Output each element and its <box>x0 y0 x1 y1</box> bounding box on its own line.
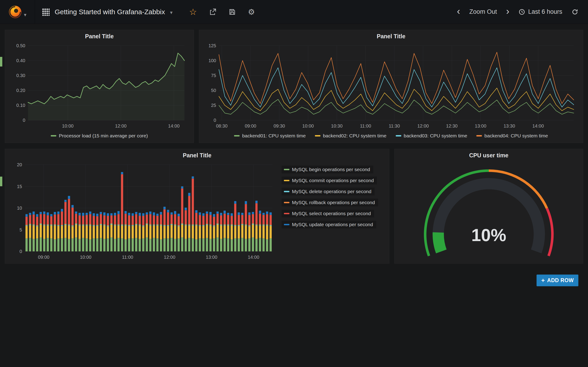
legend-swatch <box>315 135 320 136</box>
svg-text:14:00: 14:00 <box>248 255 259 260</box>
svg-text:50: 50 <box>211 88 216 93</box>
legend-label: MySQL delete operations per second <box>292 189 372 194</box>
bar-chart-mysql-operations[interactable]: 0510152009:0010:0011:0012:0013:0014:00 <box>8 161 278 262</box>
save-button[interactable] <box>229 8 236 16</box>
dashboard-grid-icon <box>42 8 50 16</box>
time-range-button[interactable]: Last 6 hours <box>517 8 564 16</box>
time-back-button[interactable]: ‹ <box>456 7 461 17</box>
svg-text:09:00: 09:00 <box>38 255 49 260</box>
time-controls: ‹ Zoom Out › Last 6 hours <box>456 7 588 17</box>
add-row-label: ADD ROW <box>547 277 574 284</box>
svg-text:12:00: 12:00 <box>164 255 175 260</box>
panel-cpu-user-time: CPU user time 10% <box>394 149 583 264</box>
legend-label: Processor load (15 min average per core) <box>59 133 148 139</box>
legend-item[interactable]: MySQL rollback operations per second <box>282 199 378 206</box>
legend-swatch <box>284 191 289 192</box>
gauge-cpu-user-time[interactable]: 10% <box>399 161 578 261</box>
svg-text:0.50: 0.50 <box>16 43 25 48</box>
settings-button[interactable]: ⚙ <box>248 8 255 16</box>
svg-text:10: 10 <box>17 206 22 211</box>
caret-down-icon: ▾ <box>170 10 173 16</box>
svg-text:10:00: 10:00 <box>62 123 73 128</box>
plus-icon: + <box>541 277 545 284</box>
svg-text:25: 25 <box>211 103 216 108</box>
svg-text:12:00: 12:00 <box>115 123 127 128</box>
legend-swatch <box>284 169 289 170</box>
navbar: ▾ Getting Started with Grafana-Zabbix ▾ … <box>0 0 588 24</box>
legend-item[interactable]: MySQL update operations per second <box>282 221 376 228</box>
legend-item[interactable]: MySQL begin operations per second <box>282 166 373 173</box>
legend-label: backend02: CPU system time <box>323 133 387 139</box>
svg-text:100: 100 <box>208 58 216 63</box>
share-button[interactable] <box>209 8 216 16</box>
svg-text:12:30: 12:30 <box>446 123 458 128</box>
legend-item[interactable]: MySQL select operations per second <box>282 210 374 217</box>
svg-text:5: 5 <box>19 227 22 232</box>
legend-item[interactable]: MySQL commit operations per second <box>282 177 377 184</box>
legend: Processor load (15 min average per core) <box>8 131 190 141</box>
svg-text:0.10: 0.10 <box>16 103 25 108</box>
svg-text:12:00: 12:00 <box>417 123 429 128</box>
panel-title[interactable]: Panel Title <box>5 149 389 161</box>
save-icon <box>229 8 236 16</box>
panel-title[interactable]: Panel Title <box>199 30 583 42</box>
zoom-out-button[interactable]: Zoom Out <box>468 8 498 16</box>
legend-item[interactable]: backend04: CPU system time <box>476 133 548 139</box>
svg-text:0.30: 0.30 <box>16 73 25 78</box>
legend: MySQL begin operations per secondMySQL c… <box>278 161 386 261</box>
line-chart-processor-load[interactable]: 00.100.200.300.400.5010:0012:0014:00 <box>8 42 190 131</box>
panel-body: 025507510012508:3009:0009:3010:0010:3011… <box>199 42 583 143</box>
svg-text:0: 0 <box>23 118 25 123</box>
panel-title[interactable]: Panel Title <box>5 30 194 42</box>
svg-text:20: 20 <box>17 162 22 167</box>
panel-processor-load: Panel Title 00.100.200.300.400.5010:0012… <box>5 30 194 143</box>
svg-text:125: 125 <box>208 43 216 48</box>
share-icon <box>209 8 216 16</box>
svg-text:08:30: 08:30 <box>216 123 227 128</box>
svg-text:10:00: 10:00 <box>80 255 91 260</box>
panel-body: 10% <box>395 161 583 263</box>
svg-text:13:00: 13:00 <box>206 255 217 260</box>
panel-title[interactable]: CPU user time <box>395 149 583 161</box>
refresh-button[interactable] <box>570 8 580 16</box>
legend-swatch <box>51 135 56 136</box>
time-range-label: Last 6 hours <box>528 8 562 15</box>
dashboard-title-menu[interactable]: Getting Started with Grafana-Zabbix ▾ <box>35 8 179 16</box>
clock-icon <box>519 8 525 15</box>
grafana-logo-icon <box>8 5 22 19</box>
svg-text:10:00: 10:00 <box>302 123 314 128</box>
legend-label: backend01: CPU system time <box>242 133 306 139</box>
legend-item[interactable]: MySQL delete operations per second <box>282 188 375 195</box>
legend-label: backend03: CPU system time <box>404 133 467 139</box>
grafana-logo-menu[interactable]: ▾ <box>0 0 35 24</box>
legend-label: MySQL commit operations per second <box>292 178 374 183</box>
legend: backend01: CPU system timebackend02: CPU… <box>202 131 580 141</box>
svg-text:09:00: 09:00 <box>245 123 256 128</box>
legend-swatch <box>476 135 482 136</box>
svg-text:0.20: 0.20 <box>16 88 25 93</box>
legend-item[interactable]: backend02: CPU system time <box>315 133 387 139</box>
svg-text:0: 0 <box>19 249 22 254</box>
svg-text:10:30: 10:30 <box>331 123 342 128</box>
legend-item[interactable]: Processor load (15 min average per core) <box>51 133 148 139</box>
svg-text:13:30: 13:30 <box>504 123 515 128</box>
legend-swatch <box>284 224 289 225</box>
caret-down-icon: ▾ <box>24 12 26 18</box>
row-collapse-handle[interactable] <box>0 177 2 186</box>
legend-swatch <box>284 213 289 214</box>
legend-item[interactable]: backend01: CPU system time <box>234 133 306 139</box>
legend-label: MySQL rollback operations per second <box>292 200 375 205</box>
star-button[interactable]: ☆ <box>189 8 197 16</box>
panel-body: 00.100.200.300.400.5010:0012:0014:00 Pro… <box>5 42 194 143</box>
line-chart-cpu-system-time[interactable]: 025507510012508:3009:0009:3010:0010:3011… <box>202 42 580 131</box>
svg-text:15: 15 <box>17 184 22 189</box>
row-collapse-handle[interactable] <box>0 57 2 67</box>
time-forward-button[interactable]: › <box>505 7 510 17</box>
svg-text:0.40: 0.40 <box>16 58 25 63</box>
legend-label: MySQL update operations per second <box>292 222 373 227</box>
legend-item[interactable]: backend03: CPU system time <box>396 133 467 139</box>
svg-text:14:00: 14:00 <box>532 123 544 128</box>
legend-swatch <box>284 180 289 181</box>
svg-text:10%: 10% <box>471 225 506 245</box>
add-row-button[interactable]: + ADD ROW <box>536 275 578 286</box>
